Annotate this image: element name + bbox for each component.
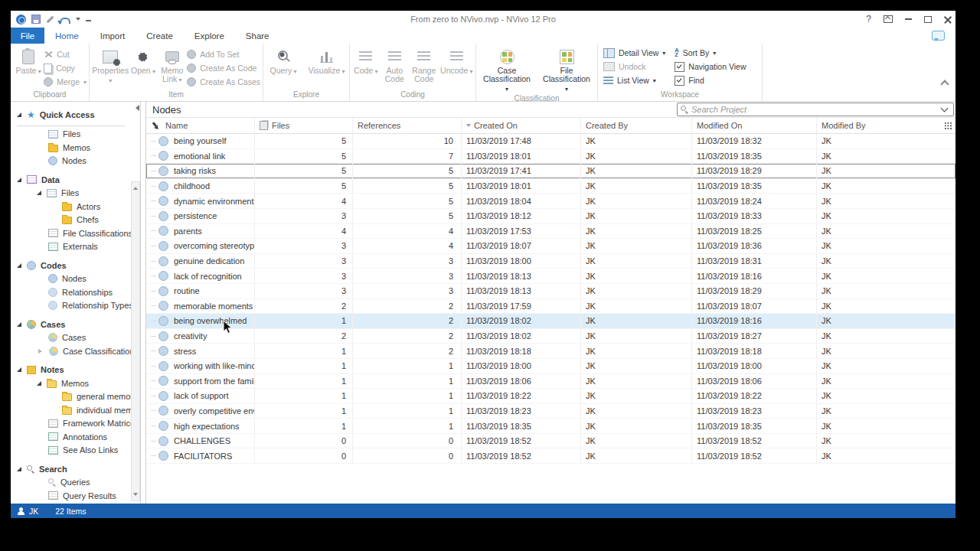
visualize-button[interactable]: Visualize bbox=[307, 45, 347, 76]
table-row[interactable]: support from the famil1111/03/2019 18:06… bbox=[146, 374, 956, 390]
sidebar-item-chefs[interactable]: Chefs bbox=[11, 214, 131, 227]
sidebar-item-files[interactable]: Files bbox=[11, 128, 131, 142]
uncode-button[interactable]: Uncode bbox=[440, 45, 473, 76]
sidebar-item-relationship-types[interactable]: Relationship Types bbox=[11, 299, 131, 313]
header-created-by[interactable]: Created By bbox=[581, 118, 692, 133]
sidebar-item-memos[interactable]: Memos bbox=[11, 377, 131, 390]
table-row[interactable]: childhood5511/03/2019 18:01JK11/03/2019 … bbox=[146, 179, 956, 194]
sidebar-item-codes[interactable]: Codes bbox=[11, 259, 131, 272]
sidebar-item-memos[interactable]: Memos bbox=[11, 141, 131, 155]
sidebar-item-case-classifications[interactable]: Case Classifications bbox=[11, 344, 131, 358]
navigation-view-checkbox[interactable]: Navigation View bbox=[675, 60, 746, 73]
expander-icon[interactable] bbox=[17, 263, 21, 268]
tab-explore[interactable]: Explore bbox=[184, 28, 235, 44]
table-row[interactable]: emotional link5711/03/2019 18:01JK11/03/… bbox=[146, 149, 956, 165]
sidebar-item-quick-access[interactable]: Quick Access bbox=[11, 108, 131, 122]
add-to-set-button[interactable]: Add To Set bbox=[187, 47, 260, 61]
expander-icon[interactable] bbox=[37, 381, 41, 386]
sidebar-item-individual-memos[interactable]: individual memos bbox=[11, 403, 131, 417]
customize-toolbar-icon[interactable] bbox=[86, 15, 91, 21]
table-row[interactable]: being yourself51011/03/2019 17:48JK11/03… bbox=[146, 134, 956, 149]
sort-by-button[interactable]: Sort By bbox=[675, 46, 746, 60]
paste-button[interactable]: Paste bbox=[13, 45, 44, 76]
header-references[interactable]: References bbox=[353, 118, 462, 133]
header-modified-on[interactable]: Modified On bbox=[692, 118, 817, 133]
header-modified-by[interactable]: Modified By bbox=[817, 118, 956, 133]
chevron-down-icon[interactable] bbox=[941, 105, 949, 112]
column-chooser-icon[interactable] bbox=[944, 122, 952, 130]
restore-icon[interactable] bbox=[924, 16, 932, 23]
expander-icon[interactable] bbox=[17, 112, 21, 117]
search-input[interactable] bbox=[688, 105, 942, 114]
table-row[interactable]: being overwhelmed1211/03/2019 18:02JK11/… bbox=[146, 314, 956, 329]
help-icon[interactable]: ? bbox=[866, 14, 871, 24]
table-row[interactable]: routine3311/03/2019 18:13JK11/03/2019 18… bbox=[146, 284, 956, 299]
table-row[interactable]: creativity2211/03/2019 18:02JK11/03/2019… bbox=[146, 329, 956, 344]
table-row[interactable]: taking risks5511/03/2019 17:41JK11/03/20… bbox=[146, 164, 956, 179]
comment-icon[interactable] bbox=[932, 31, 945, 41]
expander-icon[interactable] bbox=[37, 191, 41, 195]
sidebar-item-annotations[interactable]: Annotations bbox=[11, 430, 131, 444]
minimize-icon[interactable] bbox=[905, 18, 912, 20]
sidebar-item-data[interactable]: Data bbox=[11, 173, 131, 187]
properties-button[interactable]: Properties bbox=[92, 45, 129, 85]
table-row[interactable]: dynamic environment4511/03/2019 18:04JK1… bbox=[146, 194, 956, 209]
open-button[interactable]: Open bbox=[129, 45, 158, 76]
header-name[interactable]: Name bbox=[146, 118, 255, 133]
sidebar-item-relationships[interactable]: Relationships bbox=[11, 285, 131, 299]
sidebar-item-queries[interactable]: Queries bbox=[11, 476, 131, 490]
sidebar-item-general-memos[interactable]: general memos bbox=[11, 390, 131, 404]
table-row[interactable]: parents4411/03/2019 17:53JK11/03/2019 18… bbox=[146, 224, 956, 240]
merge-button[interactable]: Merge bbox=[44, 75, 87, 89]
ribbon-display-icon[interactable] bbox=[884, 15, 893, 23]
table-row[interactable]: lack of recognition3311/03/2019 18:13JK1… bbox=[146, 269, 956, 284]
tab-import[interactable]: Import bbox=[90, 28, 136, 44]
edit-icon[interactable] bbox=[47, 15, 54, 23]
sidebar-scrollbar[interactable] bbox=[131, 102, 141, 504]
table-row[interactable]: working with like-mind1111/03/2019 18:00… bbox=[146, 359, 956, 374]
sidebar-item-cases[interactable]: Cases bbox=[11, 331, 131, 345]
expander-icon[interactable] bbox=[17, 467, 21, 471]
list-view-button[interactable]: List View bbox=[603, 73, 665, 87]
table-row[interactable]: overly competitive envi1111/03/2019 18:2… bbox=[146, 404, 956, 419]
table-row[interactable]: FACILITATORS0011/03/2019 18:52JK11/03/20… bbox=[146, 448, 956, 464]
tab-file[interactable]: File bbox=[11, 28, 44, 44]
query-button[interactable]: Query bbox=[266, 45, 301, 76]
table-row[interactable]: persistence3511/03/2019 18:12JK11/03/201… bbox=[146, 209, 956, 224]
sidebar-item-cases[interactable]: Cases bbox=[11, 318, 131, 331]
header-files[interactable]: Files bbox=[255, 118, 353, 133]
scroll-up-icon[interactable] bbox=[133, 184, 138, 190]
sidebar-item-see-also-links[interactable]: See Also Links bbox=[11, 444, 131, 458]
tab-home[interactable]: Home bbox=[44, 28, 90, 44]
find-checkbox[interactable]: Find bbox=[675, 73, 746, 87]
sidebar-item-file-classifications[interactable]: File Classifications bbox=[11, 227, 131, 240]
expander-icon[interactable] bbox=[38, 349, 44, 354]
create-as-cases-button[interactable]: Create As Cases bbox=[187, 75, 260, 89]
table-row[interactable]: lack of support1111/03/2019 18:22JK11/03… bbox=[146, 389, 956, 404]
auto-code-button[interactable]: Auto Code bbox=[381, 45, 409, 83]
expander-icon[interactable] bbox=[17, 322, 21, 327]
scroll-down-icon[interactable] bbox=[133, 493, 138, 498]
range-code-button[interactable]: Range Code bbox=[410, 45, 439, 83]
undo-icon[interactable] bbox=[60, 18, 70, 24]
table-row[interactable]: overcoming stereotype3411/03/2019 18:07J… bbox=[146, 239, 956, 254]
scrollbar-track[interactable] bbox=[131, 181, 140, 501]
sidebar-item-actors[interactable]: Actors bbox=[11, 200, 131, 214]
sidebar-item-nodes[interactable]: Nodes bbox=[11, 272, 131, 286]
table-row[interactable]: genuine dedication3311/03/2019 18:00JK11… bbox=[146, 254, 956, 269]
sidebar-item-query-results[interactable]: Query Results bbox=[11, 489, 131, 503]
table-row[interactable]: memorable moments2211/03/2019 17:59JK11/… bbox=[146, 299, 956, 315]
expander-icon[interactable] bbox=[17, 367, 21, 372]
tab-create[interactable]: Create bbox=[136, 28, 184, 44]
copy-button[interactable]: Copy bbox=[44, 61, 87, 75]
save-icon[interactable] bbox=[31, 15, 41, 24]
code-button[interactable]: Code bbox=[352, 45, 380, 76]
cut-button[interactable]: Cut bbox=[44, 47, 87, 61]
table-row[interactable]: stress1211/03/2019 18:18JK11/03/2019 18:… bbox=[146, 344, 956, 359]
file-classification-button[interactable]: File Classification bbox=[541, 45, 592, 93]
case-classification-button[interactable]: Case Classification bbox=[482, 45, 532, 93]
table-row[interactable]: high expectations1111/03/2019 18:35JK11/… bbox=[146, 419, 956, 434]
header-created-on[interactable]: Created On bbox=[462, 118, 581, 133]
expander-icon[interactable] bbox=[17, 178, 21, 182]
sidebar-item-framework-matrices[interactable]: Framework Matrices bbox=[11, 417, 131, 431]
